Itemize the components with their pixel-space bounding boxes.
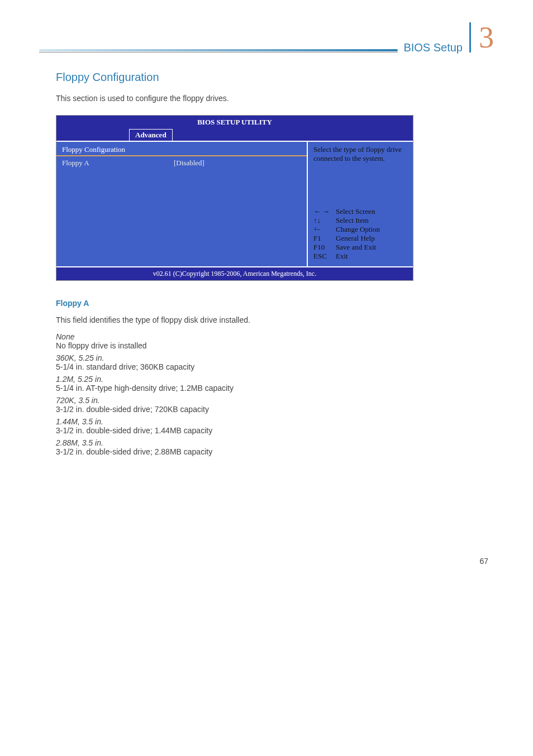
- bios-key-desc: Select Item: [336, 216, 369, 225]
- option-desc: 3-1/2 in. double-sided drive; 720KB capa…: [56, 405, 494, 414]
- option-block: 2.88M, 3.5 in. 3-1/2 in. double-sided dr…: [56, 438, 494, 456]
- bios-key-desc: Save and Exit: [336, 243, 376, 252]
- bios-title: BIOS SETUP UTILITY: [56, 116, 413, 129]
- header-title: BIOS Setup: [403, 41, 463, 54]
- chapter-number: 3: [469, 22, 494, 52]
- option-block: 1.44M, 3.5 in. 3-1/2 in. double-sided dr…: [56, 417, 494, 435]
- section-intro: This section is used to configure the fl…: [56, 94, 494, 103]
- page-number: 67: [39, 557, 488, 566]
- bios-key-sym: F1: [313, 234, 336, 243]
- option-name: 2.88M, 3.5 in.: [56, 438, 494, 447]
- bios-key-row: F1 General Help: [313, 234, 407, 243]
- option-name: 720K, 3.5 in.: [56, 396, 494, 405]
- bios-screenshot: BIOS SETUP UTILITY Advanced Floppy Confi…: [56, 115, 413, 281]
- bios-key-sym: +-: [313, 225, 336, 234]
- option-block: 1.2M, 5.25 in. 5-1/4 in. AT-type high-de…: [56, 375, 494, 393]
- option-desc: 3-1/2 in. double-sided drive; 1.44MB cap…: [56, 426, 494, 435]
- option-desc: 3-1/2 in. double-sided drive; 2.88MB cap…: [56, 447, 494, 456]
- bios-setting-label: Floppy A: [62, 159, 174, 168]
- bios-tab-advanced: Advanced: [129, 129, 173, 141]
- page-header: BIOS Setup 3: [39, 22, 494, 54]
- bios-key-sym: F10: [313, 243, 336, 252]
- bios-right-pane: Select the type of floppy drive connecte…: [307, 141, 413, 266]
- section-heading: Floppy Configuration: [56, 71, 494, 84]
- header-rule: [39, 49, 398, 52]
- bios-tab-row: Advanced: [56, 129, 413, 141]
- bios-key-row: ↑↓ Select Item: [313, 216, 407, 225]
- bios-key-desc: General Help: [336, 234, 375, 243]
- option-name: 360K, 5.25 in.: [56, 353, 494, 362]
- bios-section-label: Floppy Configuration: [56, 142, 307, 156]
- option-desc: No floppy drive is installed: [56, 341, 494, 350]
- option-block: 720K, 3.5 in. 3-1/2 in. double-sided dri…: [56, 396, 494, 414]
- bios-key-desc: Select Screen: [336, 207, 375, 216]
- option-block: None No floppy drive is installed: [56, 332, 494, 350]
- bios-setting-row: Floppy A [Disabled]: [56, 156, 307, 235]
- bios-left-pane: Floppy Configuration Floppy A [Disabled]: [56, 141, 307, 266]
- floppy-a-intro: This field identifies the type of floppy…: [56, 315, 494, 324]
- bios-key-row: F10 Save and Exit: [313, 243, 407, 252]
- bios-footer: v02.61 (C)Copyright 1985-2006, American …: [56, 266, 413, 280]
- bios-key-row: ESC Exit: [313, 252, 407, 261]
- bios-body: Floppy Configuration Floppy A [Disabled]…: [56, 141, 413, 266]
- bios-key-desc: Exit: [336, 252, 348, 261]
- option-name: 1.44M, 3.5 in.: [56, 417, 494, 426]
- bios-key-row: ← → Select Screen: [313, 207, 407, 216]
- bios-help-text: Select the type of floppy drive connecte…: [313, 145, 407, 162]
- bios-setting-value: [Disabled]: [174, 159, 204, 168]
- bios-key-desc: Change Option: [336, 225, 380, 234]
- option-desc: 5-1/4 in. AT-type high-density drive; 1.…: [56, 384, 494, 393]
- bios-key-row: +- Change Option: [313, 225, 407, 234]
- option-block: 360K, 5.25 in. 5-1/4 in. standard drive;…: [56, 353, 494, 371]
- bios-key-sym: ↑↓: [313, 216, 336, 225]
- option-name: None: [56, 332, 494, 341]
- option-name: 1.2M, 5.25 in.: [56, 375, 494, 384]
- floppy-a-heading: Floppy A: [56, 299, 494, 308]
- option-desc: 5-1/4 in. standard drive; 360KB capacity: [56, 362, 494, 371]
- bios-key-sym: ← →: [313, 207, 336, 216]
- bios-key-list: ← → Select Screen ↑↓ Select Item +- Chan…: [313, 162, 407, 261]
- bios-key-sym: ESC: [313, 252, 336, 261]
